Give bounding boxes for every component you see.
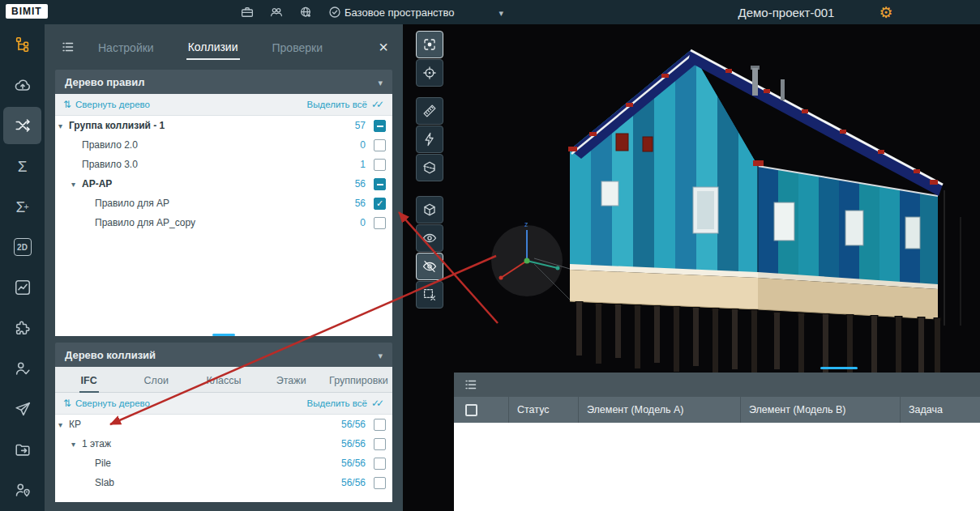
tree-icon: [14, 36, 32, 53]
toolbox-icon[interactable]: [237, 2, 258, 23]
measure-icon[interactable]: [416, 97, 443, 125]
tab-layers[interactable]: Слои: [122, 367, 190, 392]
expand-caret-icon[interactable]: [71, 180, 82, 189]
sidebar-item-plugins[interactable]: [3, 309, 41, 347]
row-checkbox[interactable]: [374, 198, 386, 210]
sidebar-item-sum-add[interactable]: Σ+: [3, 188, 41, 225]
sidebar-item-send[interactable]: [3, 390, 41, 428]
row-label: КР: [69, 419, 341, 430]
select-all-checkbox[interactable]: [465, 404, 477, 416]
tab-collisions[interactable]: Коллизии: [186, 35, 240, 60]
check-circle-icon[interactable]: [324, 2, 345, 23]
target-icon[interactable]: [416, 59, 443, 87]
collision-tree-section-header[interactable]: Дерево коллизий: [55, 343, 392, 367]
row-checkbox[interactable]: [374, 178, 386, 190]
row-label: Правило 2.0: [82, 139, 360, 151]
tab-groups[interactable]: Группировки: [325, 367, 392, 392]
2d-icon: 2D: [14, 238, 32, 256]
navigation-gizmo[interactable]: z: [491, 220, 570, 300]
panel-resize-handle[interactable]: [212, 334, 235, 336]
select-all-button[interactable]: Выделить всё: [307, 99, 384, 110]
tree-row[interactable]: КР 56/56: [55, 415, 392, 434]
tab-settings[interactable]: Настройки: [96, 36, 156, 59]
globe-icon[interactable]: [295, 2, 316, 23]
row-checkbox[interactable]: [374, 477, 386, 489]
tab-floors[interactable]: Этажи: [258, 367, 325, 392]
tree-row[interactable]: Правило 3.0 1: [55, 155, 392, 174]
table-resize-handle[interactable]: [820, 367, 858, 369]
rules-tree: Группа коллизий - 1 57 Правило 2.0 0 Пра…: [55, 116, 392, 336]
eye-icon[interactable]: [416, 224, 443, 252]
collapse-tree-button[interactable]: Свернуть дерево: [63, 99, 150, 110]
focus-icon[interactable]: [416, 31, 443, 58]
tree-row[interactable]: Правило для АР 56: [55, 194, 392, 213]
app-root: BIMIT Базовое пространство Демо-проект-0…: [0, 0, 980, 511]
sidebar-item-cloud-upload[interactable]: [3, 66, 41, 104]
plus-badge: +: [24, 202, 28, 211]
sidebar-item-sum[interactable]: Σ: [3, 147, 41, 185]
sidebar-item-user-location[interactable]: [3, 471, 41, 509]
settings-gear-icon[interactable]: [874, 0, 898, 24]
tab-ifc[interactable]: IFC: [55, 367, 122, 392]
sigma-icon: Σ: [18, 159, 28, 174]
tree-row[interactable]: Группа коллизий - 1 57: [55, 116, 392, 135]
collapse-tree-button[interactable]: Свернуть дерево: [63, 398, 150, 409]
row-checkbox[interactable]: [374, 139, 386, 151]
row-label: Slab: [95, 477, 341, 488]
row-count: 56: [355, 198, 366, 209]
folder-export-icon: [14, 441, 32, 458]
select-all-button[interactable]: Выделить всё: [307, 398, 384, 409]
sidebar-item-charts[interactable]: [3, 269, 41, 306]
close-icon[interactable]: [379, 39, 388, 55]
person-check-icon: [14, 360, 32, 377]
sidebar-item-export[interactable]: [3, 431, 41, 468]
expand-caret-icon[interactable]: [58, 121, 69, 130]
sidebar-item-user-check[interactable]: [3, 350, 41, 387]
tree-row[interactable]: Правило 2.0 0: [55, 135, 392, 155]
paper-plane-icon: [14, 400, 32, 418]
row-checkbox[interactable]: [374, 419, 386, 431]
sidebar-item-structure-tree[interactable]: [3, 26, 41, 63]
workspace-select[interactable]: Базовое пространство: [344, 0, 503, 24]
tree-row[interactable]: АР-АР 56: [55, 174, 392, 194]
tab-checks[interactable]: Проверки: [271, 36, 324, 59]
table-menu-icon[interactable]: [464, 377, 478, 392]
collision-arrows-icon: [14, 117, 32, 134]
tree-row[interactable]: Slab 56/56: [55, 473, 392, 492]
row-checkbox[interactable]: [374, 159, 386, 171]
tab-classes[interactable]: Классы: [190, 367, 257, 392]
row-checkbox[interactable]: [374, 120, 386, 132]
row-checkbox[interactable]: [374, 217, 386, 229]
panel-menu-icon[interactable]: [61, 40, 75, 54]
collapse-icon: [63, 398, 71, 409]
row-count: 56/56: [341, 477, 366, 488]
row-count: 56/56: [341, 438, 366, 449]
tree-row[interactable]: 1 этаж 56/56: [55, 434, 392, 454]
collision-tree: КР 56/56 1 этаж 56/56 Pile 56/56: [55, 415, 392, 502]
axis-z-label: z: [524, 220, 529, 228]
row-checkbox[interactable]: [374, 438, 386, 450]
clash-lightning-icon[interactable]: [416, 126, 443, 153]
selection-clear-icon[interactable]: [416, 281, 443, 309]
row-label: Правило для АР_copy: [95, 217, 360, 228]
section-box-icon[interactable]: [416, 154, 443, 181]
expand-caret-icon[interactable]: [71, 440, 82, 449]
row-label: Группа коллизий - 1: [69, 120, 355, 131]
row-count: 1: [360, 159, 366, 170]
rules-tree-section-header[interactable]: Дерево правил: [55, 70, 392, 94]
tree-row[interactable]: Правило для АР_copy 0: [55, 213, 392, 232]
cube-icon[interactable]: [416, 196, 443, 224]
viewport-3d[interactable]: z: [403, 24, 980, 511]
expand-caret-icon[interactable]: [58, 420, 69, 429]
double-check-icon: [371, 398, 384, 409]
team-icon[interactable]: [266, 2, 287, 23]
rules-tree-toolbar: Свернуть дерево Выделить всё: [55, 94, 392, 116]
puzzle-icon: [14, 319, 32, 337]
collisions-table-panel: Статус Элемент (Модель A) Элемент (Модел…: [454, 373, 980, 511]
eye-off-icon[interactable]: [416, 253, 443, 280]
row-checkbox[interactable]: [374, 458, 386, 470]
tree-row[interactable]: Pile 56/56: [55, 454, 392, 473]
sidebar-item-view-2d[interactable]: 2D: [3, 228, 41, 266]
sidebar-item-collisions[interactable]: [3, 107, 41, 144]
chevron-down-icon: [499, 6, 503, 19]
